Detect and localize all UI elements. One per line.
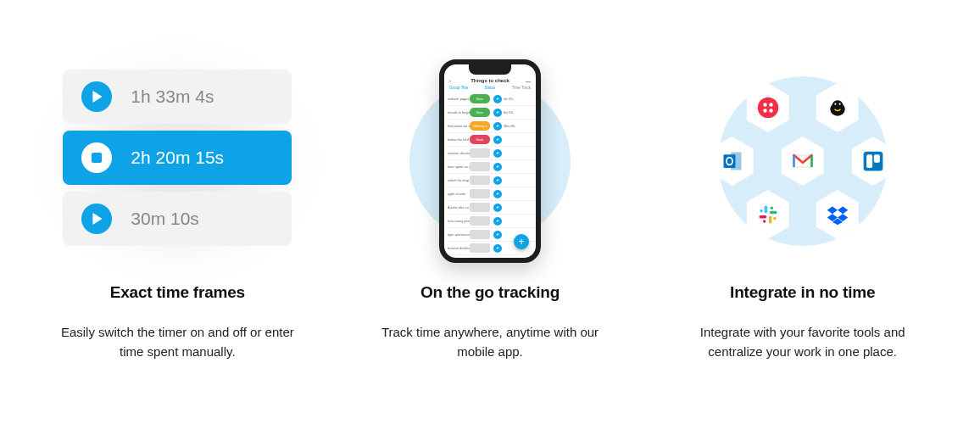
play-icon bbox=[493, 136, 502, 144]
feature-exact-time: 1h 33m 4s 2h 20m 15s 30m 10s Exact time … bbox=[34, 51, 321, 362]
phone-row: time spent on e bbox=[444, 160, 536, 174]
feature-description: Integrate with your favorite tools and c… bbox=[676, 322, 930, 362]
phone-row-label: agile cluster bbox=[444, 192, 470, 196]
svg-point-21 bbox=[770, 206, 773, 209]
phone-row-label: website pages bbox=[444, 97, 470, 101]
play-icon bbox=[493, 109, 502, 117]
svg-point-22 bbox=[773, 217, 777, 220]
svg-point-1 bbox=[763, 103, 766, 106]
timer-card: 1h 33m 4s bbox=[63, 70, 292, 124]
svg-point-7 bbox=[834, 103, 836, 105]
phone-row-time: 36m 40s bbox=[504, 125, 515, 128]
phone-row: below the fold reStuck bbox=[444, 133, 536, 147]
svg-point-6 bbox=[832, 100, 843, 109]
play-icon bbox=[493, 163, 502, 171]
phone-status-empty bbox=[470, 162, 490, 171]
play-icon bbox=[493, 122, 502, 131]
phone-row: session duration bbox=[444, 147, 536, 160]
timer-value: 1h 33m 4s bbox=[131, 86, 214, 107]
phone-status-empty bbox=[470, 189, 490, 198]
feature-title: On the go tracking bbox=[420, 283, 560, 302]
svg-point-23 bbox=[763, 220, 766, 223]
back-icon: ‹ bbox=[449, 78, 451, 83]
integrations-illustration bbox=[659, 51, 946, 271]
play-icon bbox=[493, 204, 502, 212]
phone-row-label: browse desktop bbox=[444, 246, 470, 250]
phone-col-group: Group Title bbox=[449, 86, 468, 90]
svg-rect-13 bbox=[863, 152, 883, 171]
phone-status-empty bbox=[470, 230, 490, 239]
phone-row: watch for drop su bbox=[444, 174, 536, 187]
play-icon bbox=[493, 217, 502, 226]
feature-description: Track time anywhere, anytime with our mo… bbox=[363, 322, 617, 362]
phone-row-time: 8m 10s bbox=[504, 111, 513, 114]
phone-row: website pagesDone4m 32s bbox=[444, 92, 536, 106]
play-icon bbox=[493, 190, 502, 198]
svg-point-0 bbox=[757, 98, 778, 119]
phone-mockup: ‹ Things to check ⋯ Group Title Status T… bbox=[439, 59, 541, 263]
play-icon bbox=[493, 176, 502, 185]
play-icon bbox=[493, 149, 502, 158]
phone-column-headers: Group Title Status Time Track bbox=[444, 83, 536, 92]
more-icon: ⋯ bbox=[526, 78, 531, 84]
svg-point-4 bbox=[769, 109, 772, 112]
play-icon bbox=[493, 244, 502, 253]
phone-row-label: type questions bbox=[444, 232, 470, 237]
feature-integrate: Integrate in no time Integrate with your… bbox=[659, 51, 946, 362]
play-icon bbox=[81, 204, 112, 234]
phone-row-label: below the fold re bbox=[444, 137, 470, 142]
phone-row: find posts we wrWorking o36m 40s bbox=[444, 120, 536, 133]
phone-row-label: A post who co bbox=[444, 205, 470, 209]
svg-rect-19 bbox=[759, 215, 766, 219]
phone-status-pill: Done bbox=[470, 94, 490, 103]
svg-rect-16 bbox=[764, 206, 767, 214]
phone-row-label: watch for drop su bbox=[444, 178, 470, 182]
timer-card: 30m 10s bbox=[63, 192, 292, 246]
phone-header: ‹ Things to check ⋯ bbox=[444, 64, 536, 83]
feature-on-the-go: ‹ Things to check ⋯ Group Title Status T… bbox=[347, 51, 634, 362]
timer-illustration: 1h 33m 4s 2h 20m 15s 30m 10s bbox=[34, 51, 321, 271]
phone-status-empty bbox=[470, 243, 490, 253]
phone-illustration: ‹ Things to check ⋯ Group Title Status T… bbox=[347, 51, 634, 271]
svg-point-20 bbox=[760, 209, 763, 213]
phone-col-status: Status bbox=[485, 86, 496, 90]
play-icon bbox=[493, 95, 502, 103]
svg-point-2 bbox=[769, 103, 772, 106]
phone-row-label: how many peopl bbox=[444, 219, 470, 223]
phone-status-empty bbox=[470, 203, 490, 212]
phone-col-time: Time Track bbox=[512, 86, 531, 90]
phone-status-pill: Done bbox=[470, 108, 490, 117]
svg-point-8 bbox=[838, 103, 840, 105]
phone-row: agile cluster bbox=[444, 187, 536, 201]
phone-status-pill: Working o bbox=[470, 121, 490, 131]
svg-rect-15 bbox=[874, 154, 880, 163]
svg-point-3 bbox=[763, 109, 766, 112]
svg-rect-18 bbox=[769, 216, 772, 224]
feature-description: Easily switch the timer on and off or en… bbox=[50, 322, 304, 362]
phone-row-label: emails to beginn bbox=[444, 110, 470, 114]
timer-value: 2h 20m 15s bbox=[131, 148, 224, 168]
svg-rect-17 bbox=[769, 211, 777, 215]
phone-row-time: 4m 32s bbox=[504, 98, 513, 101]
add-button: + bbox=[514, 234, 529, 249]
feature-title: Exact time frames bbox=[110, 283, 245, 302]
phone-status-empty bbox=[470, 176, 490, 185]
timer-value: 30m 10s bbox=[131, 209, 199, 229]
phone-status-empty bbox=[470, 148, 490, 158]
svg-rect-14 bbox=[866, 154, 872, 168]
feature-title: Integrate in no time bbox=[730, 283, 875, 302]
stop-icon bbox=[81, 142, 112, 173]
play-icon bbox=[81, 81, 112, 112]
phone-row: emails to beginnDone8m 10s bbox=[444, 106, 536, 120]
timer-card-active: 2h 20m 15s bbox=[63, 131, 292, 185]
phone-row: how many peopl bbox=[444, 215, 536, 228]
phone-row-label: session duration bbox=[444, 151, 470, 155]
play-icon bbox=[493, 231, 502, 239]
phone-row-label: find posts we wr bbox=[444, 124, 470, 128]
phone-row-label: time spent on e bbox=[444, 165, 470, 169]
phone-row: A post who co bbox=[444, 201, 536, 215]
phone-status-empty bbox=[470, 216, 490, 226]
phone-title: Things to check bbox=[471, 78, 509, 83]
phone-status-pill: Stuck bbox=[470, 135, 490, 144]
